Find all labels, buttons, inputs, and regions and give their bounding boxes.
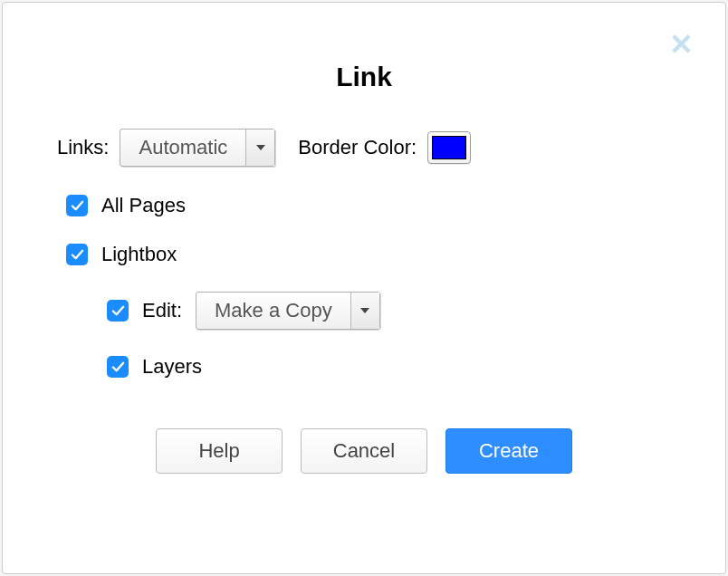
all-pages-label: All Pages <box>101 194 186 217</box>
edit-select[interactable]: Make a Copy <box>196 292 380 330</box>
lightbox-row: Lightbox <box>57 243 671 266</box>
svg-marker-0 <box>256 145 265 150</box>
links-select-value: Automatic <box>120 130 245 166</box>
edit-checkbox[interactable] <box>107 300 129 322</box>
chevron-down-icon <box>245 130 274 166</box>
check-icon <box>71 248 84 262</box>
layers-checkbox[interactable] <box>107 356 129 378</box>
layers-row: Layers <box>57 355 671 379</box>
create-button[interactable]: Create <box>445 428 572 474</box>
links-label: Links: <box>57 136 109 159</box>
check-icon <box>71 199 84 213</box>
border-color-section: Border Color: <box>298 131 471 164</box>
border-color-label: Border Color: <box>298 136 417 159</box>
links-select[interactable]: Automatic <box>120 129 275 167</box>
svg-marker-1 <box>360 308 369 313</box>
links-row: Links: Automatic Border Color: <box>57 129 671 167</box>
close-icon[interactable]: ✕ <box>669 30 694 59</box>
lightbox-label: Lightbox <box>101 243 177 266</box>
border-color-picker[interactable] <box>427 131 471 164</box>
lightbox-checkbox[interactable] <box>66 244 88 265</box>
button-row: Help Cancel Create <box>57 428 671 474</box>
help-button[interactable]: Help <box>156 428 283 474</box>
all-pages-checkbox[interactable] <box>66 195 88 216</box>
link-dialog: ✕ Link Links: Automatic Border Color: Al… <box>2 2 726 574</box>
check-icon <box>111 360 125 374</box>
cancel-button[interactable]: Cancel <box>301 428 427 474</box>
edit-row: Edit: Make a Copy <box>57 292 671 330</box>
check-icon <box>111 304 125 318</box>
edit-label: Edit: <box>142 299 182 322</box>
all-pages-row: All Pages <box>57 194 671 217</box>
dialog-title: Link <box>57 62 671 92</box>
edit-select-value: Make a Copy <box>196 293 350 329</box>
color-swatch <box>432 136 466 159</box>
chevron-down-icon <box>350 293 379 329</box>
layers-label: Layers <box>142 355 202 379</box>
